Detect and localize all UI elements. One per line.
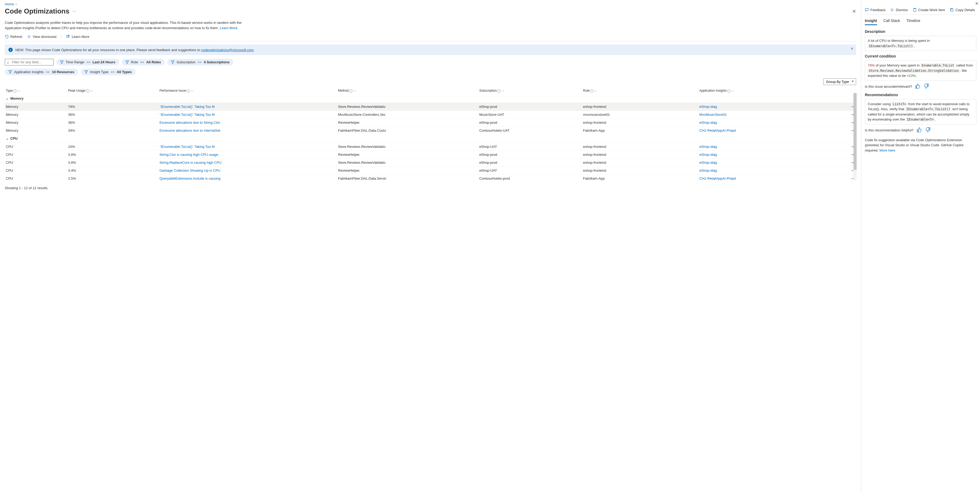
- filter-input[interactable]: [12, 60, 51, 64]
- group-header[interactable]: ⌄Memory: [5, 94, 856, 103]
- feedback-button[interactable]: Feedback: [865, 8, 886, 12]
- dismiss-button[interactable]: Dismiss: [890, 8, 908, 12]
- banner-text: NEW: This page shows Code Optimizations …: [15, 48, 255, 52]
- accuracy-prompt: Is this issue accurate/relevant?: [865, 83, 976, 89]
- copy-details-button[interactable]: Copy Details: [950, 8, 975, 12]
- svg-rect-0: [67, 35, 69, 37]
- more-actions-button[interactable]: ⋯: [73, 9, 76, 13]
- recommendations-heading: Recommendations: [865, 93, 976, 97]
- chevron-down-icon: ⌄: [6, 96, 9, 101]
- table-row[interactable]: CPU2.5%QueryableExtensions.Include is ca…: [5, 174, 856, 182]
- description-box: A lot of CPU or Memory is being spent in…: [865, 36, 976, 51]
- breadcrumb: Home ›: [5, 2, 856, 6]
- learn-more-link[interactable]: Learn More.: [220, 26, 238, 30]
- group-by-select[interactable]: Group By Type: [823, 78, 856, 85]
- col-type[interactable]: Typei↑↓: [5, 87, 67, 94]
- thumbs-up-icon[interactable]: [917, 127, 922, 133]
- thumbs-down-icon[interactable]: [925, 127, 931, 133]
- col-issue[interactable]: Performance Issuei↑↓: [158, 87, 337, 94]
- tab-insight[interactable]: Insight: [865, 19, 877, 25]
- thumbs-down-icon[interactable]: [924, 83, 929, 89]
- learn-more-button[interactable]: Learn More: [66, 35, 89, 39]
- col-subscription[interactable]: Subscriptioni↑↓: [478, 87, 582, 94]
- col-role[interactable]: Rolei↑↓: [582, 87, 698, 94]
- row-more-icon[interactable]: ⋯: [831, 166, 856, 174]
- recommendations-box: Consider using List<T> from the start to…: [865, 99, 976, 125]
- condition-heading: Current condition: [865, 54, 976, 58]
- col-peak[interactable]: Peak Usagei↑↓: [67, 87, 158, 94]
- row-more-icon[interactable]: ⋯: [831, 126, 856, 134]
- page-title: Code Optimizations: [5, 7, 69, 15]
- close-icon[interactable]: ✕: [852, 8, 856, 14]
- create-work-item-button[interactable]: Create Work Item: [913, 8, 945, 12]
- filter-insight-type[interactable]: Insight Type==All Types: [81, 69, 135, 75]
- helpful-prompt: Is this recommendation helpful?: [865, 127, 976, 133]
- table-row[interactable]: CPU10%`IEnumerable.ToList()` Taking Too …: [5, 142, 856, 150]
- chevron-down-icon: ⌄: [6, 136, 9, 141]
- filter-time-range[interactable]: Time Range==Last 24 Hours: [56, 59, 119, 65]
- svg-rect-2: [951, 9, 953, 11]
- row-more-icon[interactable]: ⋯: [831, 158, 856, 166]
- row-more-icon[interactable]: ⋯: [831, 142, 856, 150]
- info-icon: i: [8, 48, 13, 52]
- col-app-insights[interactable]: Application Insightsi↑↓: [698, 87, 831, 94]
- footer-note: Code fix suggestion available via Code O…: [865, 137, 976, 153]
- tab-timeline[interactable]: Timeline: [907, 19, 920, 25]
- filter-role[interactable]: Role==All Roles: [122, 59, 165, 65]
- row-more-icon[interactable]: ⋯: [831, 110, 856, 118]
- table-row[interactable]: Memory74%`IEnumerable.ToList()` Taking T…: [5, 102, 856, 110]
- table-row[interactable]: Memory36%Excessive allocations due to St…: [5, 118, 856, 126]
- table-row[interactable]: Memory34%Excessive allocations due to In…: [5, 126, 856, 134]
- filter-input-wrapper: [5, 59, 54, 65]
- more-here-link[interactable]: More here.: [880, 149, 896, 152]
- row-more-icon[interactable]: ⋯: [831, 174, 856, 182]
- table-row[interactable]: Memory36%`IEnumerable.ToList()` Taking T…: [5, 110, 856, 118]
- view-dismissed-button[interactable]: View dismissed: [27, 35, 56, 39]
- insights-table: Typei↑↓ Peak Usagei↑↓ Performance Issuei…: [5, 87, 856, 182]
- feedback-email-link[interactable]: codeoptimizations@microsoft.com: [201, 48, 254, 52]
- info-banner: i NEW: This page shows Code Optimization…: [5, 45, 856, 55]
- results-count: Showing 1 - 12 of 12 results.: [5, 186, 856, 190]
- row-more-icon[interactable]: ⋯: [831, 150, 856, 158]
- tab-call-stack[interactable]: Call Stack: [883, 19, 900, 25]
- table-row[interactable]: CPU3.8%String.ReplaceCore is causing hig…: [5, 158, 856, 166]
- thumbs-up-icon[interactable]: [915, 83, 920, 89]
- filter-subscription[interactable]: Subscription==4 Subscriptions: [167, 59, 233, 65]
- row-more-icon[interactable]: ⋯: [831, 118, 856, 126]
- chevron-right-icon: ›: [16, 2, 17, 6]
- condition-box: 74% of your Memory was spent in Enumerab…: [865, 61, 976, 81]
- panel-close-icon[interactable]: ✕: [975, 1, 978, 6]
- breadcrumb-home[interactable]: Home: [5, 2, 14, 6]
- col-method[interactable]: Methodi↑↓: [337, 87, 478, 94]
- table-row[interactable]: CPU3.4%Garbage Collection Showing Up in …: [5, 166, 856, 174]
- scrollbar[interactable]: [853, 93, 857, 181]
- toolbar: Refresh View dismissed Learn More: [5, 34, 856, 42]
- refresh-button[interactable]: Refresh: [5, 35, 22, 39]
- svg-rect-1: [913, 8, 916, 11]
- detail-panel: ✕ Feedback Dismiss Create Work Item Copy…: [861, 0, 980, 492]
- page-description: Code Optimizations analyzes profiler tra…: [5, 20, 248, 30]
- row-more-icon[interactable]: ⋯: [831, 102, 856, 110]
- banner-close-icon[interactable]: ✕: [851, 46, 853, 51]
- group-header[interactable]: ⌄CPU: [5, 134, 856, 143]
- table-row[interactable]: CPU3.8%String.Ctor is causing high CPU u…: [5, 150, 856, 158]
- filter-app-insights[interactable]: Application Insights==10 Resources: [5, 69, 78, 75]
- description-heading: Description: [865, 29, 976, 34]
